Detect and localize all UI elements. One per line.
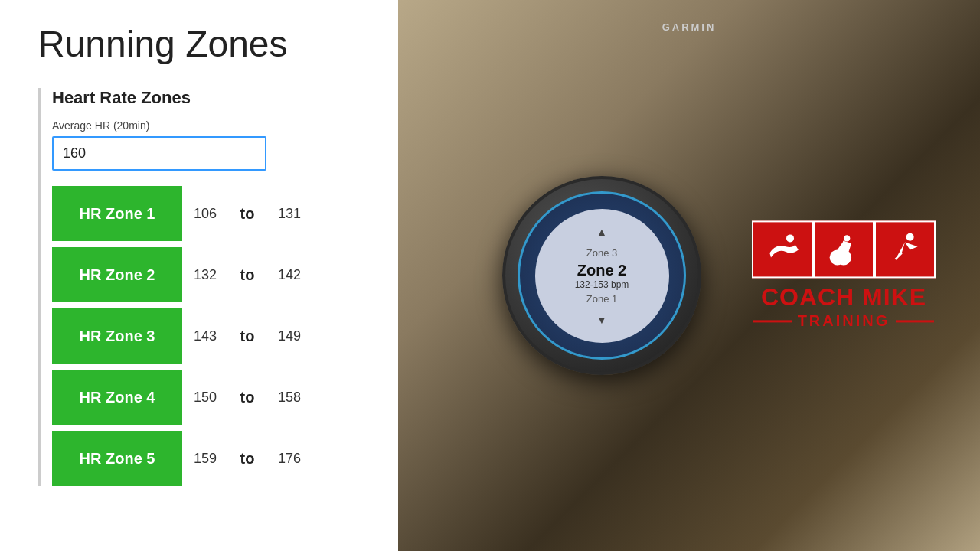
input-group: Average HR (20min) <box>52 119 360 171</box>
watch-zone-above: Zone 3 <box>586 247 617 259</box>
left-panel: Running Zones Heart Rate Zones Average H… <box>0 0 398 551</box>
svg-point-3 <box>906 233 914 240</box>
zones-table: HR Zone 1 106 to 131 HR Zone 2 132 to 14… <box>52 186 360 486</box>
logo-training-text: TRAINING <box>798 313 890 331</box>
zone-end-4: 158 <box>266 390 312 406</box>
zone-to-1: to <box>228 205 266 223</box>
zone-end-5: 176 <box>266 451 312 467</box>
zone-start-5: 159 <box>182 451 228 467</box>
section-title: Heart Rate Zones <box>52 88 360 108</box>
watch-arrow-up-icon: ▲ <box>596 226 607 238</box>
table-row: HR Zone 4 150 to 158 <box>52 370 360 425</box>
coach-mike-logo: COACH MIKE TRAINING <box>737 220 951 330</box>
average-hr-input[interactable] <box>52 136 266 171</box>
swimmer-icon-box <box>752 220 813 278</box>
table-row: HR Zone 1 106 to 131 <box>52 186 360 241</box>
zone-end-3: 149 <box>266 328 312 344</box>
zone-start-3: 143 <box>182 328 228 344</box>
section-container: Heart Rate Zones Average HR (20min) HR Z… <box>38 88 360 486</box>
svg-point-1 <box>844 235 850 241</box>
watch-zone-bpm: 132-153 bpm <box>575 279 629 290</box>
page-title: Running Zones <box>38 23 360 65</box>
zone-label-4: HR Zone 4 <box>52 370 182 425</box>
logo-dash-right <box>896 321 934 323</box>
watch-container: ▲ Zone 3 Zone 2 132-153 bpm Zone 1 ▼ <box>502 176 701 375</box>
svg-point-0 <box>786 234 794 242</box>
watch-outer: ▲ Zone 3 Zone 2 132-153 bpm Zone 1 ▼ <box>502 176 701 375</box>
zone-to-4: to <box>228 389 266 406</box>
table-row: HR Zone 5 159 to 176 <box>52 431 360 486</box>
logo-dash-left <box>753 321 792 323</box>
input-label: Average HR (20min) <box>52 119 360 132</box>
zone-end-2: 142 <box>266 267 312 283</box>
zone-start-2: 132 <box>182 267 228 283</box>
garmin-brand-text: GARMIN <box>662 21 717 33</box>
swimmer-icon <box>763 230 802 269</box>
watch-arrow-down-icon: ▼ <box>596 314 607 326</box>
zone-label-2: HR Zone 2 <box>52 247 182 302</box>
zone-start-1: 106 <box>182 206 228 222</box>
table-row: HR Zone 3 143 to 149 <box>52 308 360 364</box>
watch-zone-below: Zone 1 <box>586 293 617 305</box>
runner-icon <box>886 230 924 269</box>
zone-label-1: HR Zone 1 <box>52 186 182 241</box>
watch-zone-main: Zone 2 <box>577 262 626 279</box>
zone-to-5: to <box>228 450 266 468</box>
zone-label-5: HR Zone 5 <box>52 431 182 486</box>
cyclist-icon <box>825 230 863 269</box>
watch-screen: ▲ Zone 3 Zone 2 132-153 bpm Zone 1 ▼ <box>535 209 669 343</box>
zone-to-2: to <box>228 266 266 284</box>
logo-training: TRAINING <box>737 313 951 331</box>
zone-to-3: to <box>228 328 266 345</box>
right-panel: GARMIN ▲ Zone 3 Zone 2 132-153 bpm Zone … <box>398 0 980 551</box>
runner-icon-box <box>874 220 936 278</box>
logo-icons <box>737 220 951 278</box>
zone-end-1: 131 <box>266 206 312 222</box>
cyclist-icon-box <box>813 220 874 278</box>
table-row: HR Zone 2 132 to 142 <box>52 247 360 302</box>
zone-start-4: 150 <box>182 390 228 406</box>
watch-bezel: ▲ Zone 3 Zone 2 132-153 bpm Zone 1 ▼ <box>518 191 686 360</box>
logo-name: COACH MIKE <box>737 284 951 311</box>
zone-label-3: HR Zone 3 <box>52 308 182 364</box>
